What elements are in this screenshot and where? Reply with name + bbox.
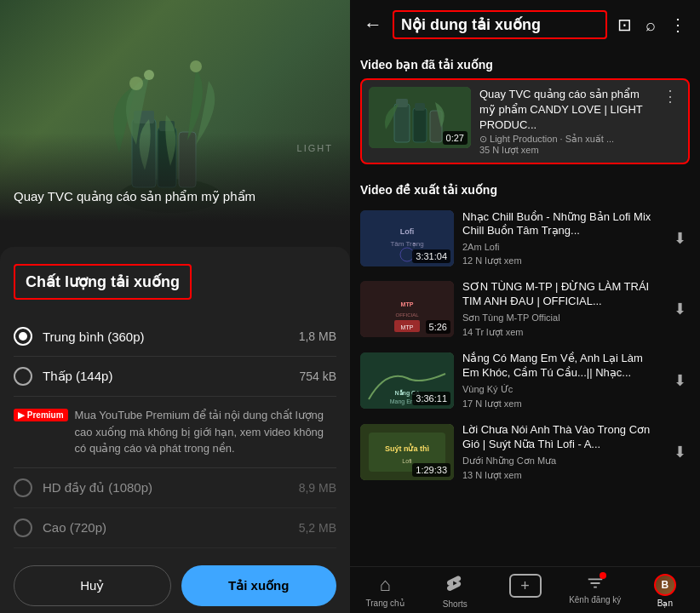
- left-panel: LIGHT Quay TVC quảng cáo sản phẩm mỹ phẩ…: [0, 0, 350, 613]
- quality-sheet: Chất lượng tải xuống Trung bình (360p) 1…: [0, 247, 350, 613]
- suggested-views-2: 17 N lượt xem: [462, 398, 662, 410]
- shorts-icon: [445, 574, 464, 597]
- nav-add-label: [524, 600, 526, 610]
- featured-duration: 0:27: [443, 131, 468, 145]
- bottom-navigation: ⌂ Trang chủ Shorts + Kênh đ: [350, 566, 700, 613]
- quality-title: Chất lượng tải xuống: [14, 264, 192, 300]
- suggested-title-3: Lời Chưa Nói Anh Thà Vào Trong Cơn Gió |…: [462, 423, 662, 452]
- suggested-duration-0: 3:31:04: [412, 249, 450, 263]
- quality-option-medium[interactable]: Trung bình (360p) 1,8 MB: [14, 317, 336, 357]
- search-icon[interactable]: ⌕: [645, 15, 656, 35]
- svg-text:Lofi: Lofi: [400, 227, 415, 236]
- suggested-info-1: SƠN TÙNG M-TP | ĐỪNG LÀM TRÁI TIM ANH ĐA…: [462, 280, 662, 338]
- svg-rect-12: [413, 108, 427, 142]
- radio-unselected-low[interactable]: [14, 367, 32, 386]
- suggested-duration-1: 5:26: [426, 320, 450, 334]
- suggested-duration-3: 1:29:33: [412, 463, 450, 477]
- download-button[interactable]: Tải xuống: [181, 565, 337, 606]
- quality-label-hd: HD đầy đủ (1080p): [43, 480, 152, 496]
- more-icon[interactable]: ⋮: [669, 14, 686, 35]
- suggested-video-2[interactable]: Nắng Có Mang Em Về 3:36:11 Nắng Có Mang …: [360, 345, 690, 416]
- nav-add[interactable]: +: [490, 574, 559, 610]
- suggested-title-1: SƠN TÙNG M-TP | ĐỪNG LÀM TRÁI TIM ANH ĐA…: [462, 280, 662, 309]
- watermark: LIGHT: [297, 143, 333, 153]
- video-background: LIGHT Quay TVC quảng cáo sản phẩm mỹ phẩ…: [0, 0, 350, 221]
- suggested-thumb-1: MTP OFFICIAL MTP 5:26: [360, 281, 454, 337]
- nav-home[interactable]: ⌂ Trang chủ: [350, 574, 420, 610]
- back-button[interactable]: ←: [364, 14, 382, 36]
- suggested-thumb-0: Lofi Tâm Trạng 3:31:04: [360, 210, 454, 266]
- suggested-info-3: Lời Chưa Nói Anh Thà Vào Trong Cơn Gió |…: [462, 423, 662, 481]
- download-button-3[interactable]: ⬇: [670, 439, 690, 465]
- suggested-title-0: Nhạc Chill Buồn - Những Bản Lofi Mix Chi…: [462, 210, 662, 239]
- suggested-channel-0: 2Am Lofi: [462, 242, 662, 252]
- featured-views: 35 N lượt xem: [479, 145, 681, 156]
- suggested-channel-3: Dưới Những Cơn Mưa: [462, 455, 662, 467]
- suggested-info-0: Nhạc Chill Buồn - Những Bản Lofi Mix Chi…: [462, 210, 662, 267]
- quality-label-medium: Trung bình (360p): [43, 329, 145, 344]
- downloads-header: ← Nội dung tải xuống ⊡ ⌕ ⋮: [350, 0, 700, 49]
- home-icon: ⌂: [379, 574, 390, 596]
- nav-account[interactable]: B Bạn: [630, 574, 700, 610]
- premium-section: ▶ Premium Mua YouTube Premium để tải nội…: [14, 397, 336, 468]
- radio-selected[interactable]: [14, 327, 32, 346]
- quality-option-hd[interactable]: HD đầy đủ (1080p) 8,9 MB: [14, 468, 336, 508]
- suggested-thumb-3: Suýt nửa thì Lofi 1:29:33: [360, 424, 454, 480]
- cast-icon[interactable]: ⊡: [617, 14, 632, 35]
- quality-size-medium: 1,8 MB: [299, 329, 336, 343]
- suggested-channel-1: Sơn Tùng M-TP Official: [462, 312, 662, 324]
- quality-option-high[interactable]: Cao (720p) 5,2 MB: [14, 508, 336, 548]
- nav-subscriptions[interactable]: Kênh đăng ký: [560, 574, 630, 610]
- suggested-views-1: 14 Tr lượt xem: [462, 327, 662, 338]
- premium-text: Mua YouTube Premium để tải nội dung chất…: [75, 407, 336, 457]
- svg-text:Lofi: Lofi: [402, 458, 412, 464]
- svg-text:Tâm Trạng: Tâm Trạng: [390, 240, 423, 248]
- nav-shorts[interactable]: Shorts: [420, 574, 490, 610]
- quality-label-low: Thấp (144p): [43, 369, 112, 384]
- suggested-video-3[interactable]: Suýt nửa thì Lofi 1:29:33 Lời Chưa Nói A…: [360, 416, 690, 488]
- subscription-badge: [600, 572, 606, 579]
- svg-text:Suýt nửa thì: Suýt nửa thì: [385, 443, 429, 453]
- featured-menu-button[interactable]: ⋮: [659, 87, 681, 106]
- suggested-thumb-2: Nắng Có Mang Em Về 3:36:11: [360, 352, 454, 409]
- suggested-channel-2: Vùng Ký Ức: [462, 384, 662, 395]
- svg-text:MTP: MTP: [401, 324, 414, 330]
- svg-text:MTP: MTP: [401, 301, 414, 307]
- svg-rect-10: [394, 104, 410, 142]
- suggested-info-2: Nắng Có Mang Em Về, Anh Lại Làm Em Khóc,…: [462, 352, 662, 410]
- suggested-video-1[interactable]: MTP OFFICIAL MTP 5:26 SƠN TÙNG M-TP | ĐỪ…: [360, 273, 690, 345]
- premium-icon: ▶ Premium: [14, 409, 68, 421]
- download-button-0[interactable]: ⬇: [670, 226, 690, 251]
- svg-rect-11: [396, 99, 408, 107]
- suggested-views-3: 13 N lượt xem: [462, 470, 662, 481]
- nav-shorts-label: Shorts: [443, 599, 468, 609]
- quality-option-low[interactable]: Thấp (144p) 754 kB: [14, 357, 336, 397]
- subscriptions-icon: [586, 574, 605, 593]
- download-button-1[interactable]: ⬇: [670, 296, 690, 322]
- add-icon[interactable]: +: [509, 574, 542, 598]
- account-avatar: B: [654, 574, 676, 596]
- featured-channel: ⊙ Light Production · Sản xuất ...: [479, 134, 681, 145]
- content-area: Video bạn đã tải xuống 0:27 Quay TV: [350, 49, 700, 566]
- suggested-section-label: Video đề xuất tải xuống: [360, 175, 690, 203]
- quality-label-high: Cao (720p): [43, 520, 106, 535]
- suggested-duration-2: 3:36:11: [412, 392, 450, 405]
- bg-overlay: [0, 0, 350, 221]
- featured-info: Quay TVC quảng cáo sản phẩm mỹ phẩm CAND…: [479, 87, 681, 156]
- video-title-bg: Quay TVC quảng cáo sản phẩm mỹ phẩm: [14, 189, 255, 204]
- quality-size-hd: 8,9 MB: [299, 481, 336, 495]
- svg-rect-13: [415, 103, 425, 111]
- downloaded-section-label: Video bạn đã tải xuống: [360, 49, 690, 78]
- download-button-2[interactable]: ⬇: [670, 368, 690, 393]
- svg-text:OFFICIAL: OFFICIAL: [395, 312, 419, 318]
- action-buttons: Huỷ Tải xuống: [14, 552, 336, 614]
- radio-unselected-hd[interactable]: [14, 478, 32, 497]
- page-title: Nội dung tải xuống: [393, 10, 607, 39]
- cancel-button[interactable]: Huỷ: [14, 565, 171, 606]
- radio-unselected-high[interactable]: [14, 518, 32, 537]
- featured-video[interactable]: 0:27 Quay TVC quảng cáo sản phẩm mỹ phẩm…: [360, 78, 690, 164]
- suggested-views-0: 12 N lượt xem: [462, 255, 662, 266]
- right-panel: ← Nội dung tải xuống ⊡ ⌕ ⋮ Video bạn đã …: [350, 0, 700, 613]
- nav-subscriptions-label: Kênh đăng ký: [569, 595, 621, 604]
- suggested-video-0[interactable]: Lofi Tâm Trạng 3:31:04 Nhạc Chill Buồn -…: [360, 203, 690, 274]
